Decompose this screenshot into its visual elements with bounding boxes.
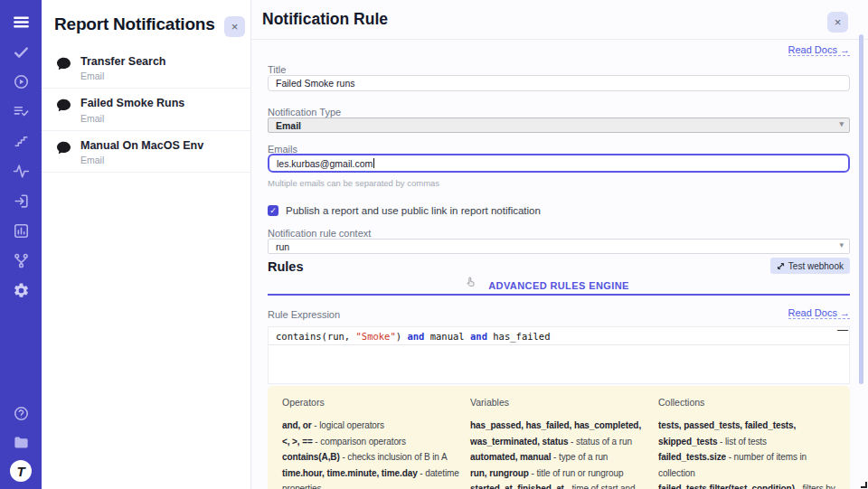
help-circle-icon[interactable] [10, 402, 32, 424]
git-fork-icon[interactable] [10, 249, 32, 271]
vertical-scrollbar[interactable] [859, 34, 863, 384]
editor-resize-dash: — [837, 324, 848, 336]
menu-icon[interactable] [10, 11, 32, 33]
notification-list-item[interactable]: Manual On MacOS EnvEmail [42, 131, 250, 173]
help-column-operators: Operatorsand, or - logical operators<, >… [282, 397, 459, 489]
close-rule-panel-button[interactable]: × [827, 12, 848, 33]
close-notifications-panel-button[interactable]: × [224, 16, 245, 37]
check-icon[interactable] [10, 41, 32, 62]
help-entry: contains(A,B) - checks inclusion of B in… [282, 449, 459, 465]
speech-bubble-icon [56, 99, 71, 112]
log-in-icon[interactable] [10, 190, 32, 212]
help-entry: tests, passed_tests, failed_tests, skipp… [658, 418, 835, 449]
help-entry: started_at, finished_at - time of start … [470, 481, 647, 489]
tab-advanced-rules-engine[interactable]: ADVANCED RULES ENGINE [268, 277, 850, 294]
notification-list-item[interactable]: Transfer SearchEmail [42, 47, 250, 89]
rule-context-select[interactable]: run ▾ [268, 239, 850, 254]
sidebar-top-icons [0, 11, 42, 301]
rules-heading: Rules [268, 259, 304, 274]
help-entry: <, >, == - comparison operators [282, 434, 459, 450]
rule-expression-editor[interactable]: contains(run, "Smoke") and manual and ha… [268, 326, 850, 384]
panel-title: Report Notifications [54, 14, 215, 34]
help-entry: has_passed, has_failed, has_completed, w… [470, 418, 647, 449]
chevron-down-icon: ▾ [839, 119, 844, 128]
notification-list-item[interactable]: Failed Smoke RunsEmail [42, 89, 250, 130]
notification-item-title: Transfer Search [80, 54, 166, 69]
app-sidebar: T [0, 0, 42, 489]
rule-context-label: Notification rule context [268, 228, 371, 239]
help-column-heading: Variables [470, 397, 647, 408]
main-header: Notification Rule [251, 0, 868, 40]
notification-item-type: Email [80, 155, 203, 165]
mouse-cursor-icon [465, 276, 476, 288]
rule-expression-code: contains(run, "Smoke") and manual and ha… [269, 327, 849, 345]
publish-report-checkbox[interactable]: ✓ [268, 205, 278, 216]
help-column-variables: Variableshas_passed, has_failed, has_com… [470, 397, 647, 489]
help-column-collections: Collectionstests, passed_tests, failed_t… [658, 397, 835, 489]
notification-item-title: Failed Smoke Runs [80, 96, 184, 110]
notification-item-type: Email [80, 71, 166, 81]
report-notifications-panel: Report Notifications × Transfer SearchEm… [42, 0, 251, 489]
help-column-heading: Operators [282, 397, 459, 408]
notification-item-type: Email [80, 113, 184, 124]
app-logo[interactable]: T [10, 460, 32, 482]
notification-type-select[interactable]: Email ▾ [268, 118, 850, 133]
read-docs-link[interactable]: Read Docs → [788, 44, 850, 56]
expression-help-panel: Operatorsand, or - logical operators<, >… [268, 386, 850, 489]
test-webhook-label: Test webhook [788, 261, 844, 271]
rule-context-value: run [276, 241, 289, 252]
notification-type-label: Notification Type [268, 107, 341, 118]
help-entry: run, rungroup - title of run or rungroup [470, 465, 647, 482]
emails-value: les.kurbas@gmail.com [277, 158, 373, 169]
help-column-heading: Collections [658, 397, 835, 408]
help-entry: and, or - logical operators [282, 418, 459, 434]
title-label: Title [268, 64, 286, 75]
notification-type-value: Email [276, 120, 301, 131]
trending-up-icon[interactable] [10, 130, 32, 152]
chevron-down-icon: ▾ [839, 240, 844, 249]
publish-report-checkbox-row[interactable]: ✓ Publish a report and use public link i… [268, 205, 541, 216]
gear-icon[interactable] [10, 279, 32, 301]
title-input[interactable] [268, 75, 850, 91]
notification-rule-panel: Notification Rule × Read Docs → Title No… [251, 0, 868, 489]
test-webhook-button[interactable]: Test webhook [770, 258, 850, 274]
bar-chart-icon[interactable] [10, 220, 32, 241]
resize-grip [861, 482, 867, 488]
activity-icon[interactable] [10, 160, 32, 182]
sidebar-bottom-icons: T [0, 402, 42, 482]
notification-item-title: Manual On MacOS Env [80, 138, 203, 153]
rule-expression-label: Rule Expression [268, 309, 340, 320]
speech-bubble-icon [56, 57, 71, 71]
list-check-icon[interactable] [10, 100, 32, 122]
publish-report-checkbox-label: Publish a report and use public link in … [286, 205, 541, 216]
folder-icon[interactable] [10, 431, 32, 453]
emails-field[interactable]: les.kurbas@gmail.com [268, 154, 850, 173]
page-title: Notification Rule [262, 10, 388, 29]
speech-bubble-icon [56, 141, 71, 155]
active-tab-underline [268, 294, 850, 296]
help-entry: automated, manual - type of a run [470, 449, 647, 465]
help-entry: failed_tests.size - number of items in c… [658, 449, 835, 481]
help-entry: failed_tests.filter(test, condition) - f… [658, 481, 835, 489]
notification-list: Transfer SearchEmailFailed Smoke RunsEma… [42, 47, 250, 173]
webhook-arrows-icon [777, 262, 785, 270]
text-caret [373, 158, 374, 168]
play-circle-icon[interactable] [10, 71, 32, 92]
help-entry: time.hour, time.minute, time.day - datet… [282, 465, 459, 489]
emails-hint: Multiple emails can be separated by comm… [268, 178, 439, 188]
read-docs-link-rules[interactable]: Read Docs → [788, 307, 850, 319]
